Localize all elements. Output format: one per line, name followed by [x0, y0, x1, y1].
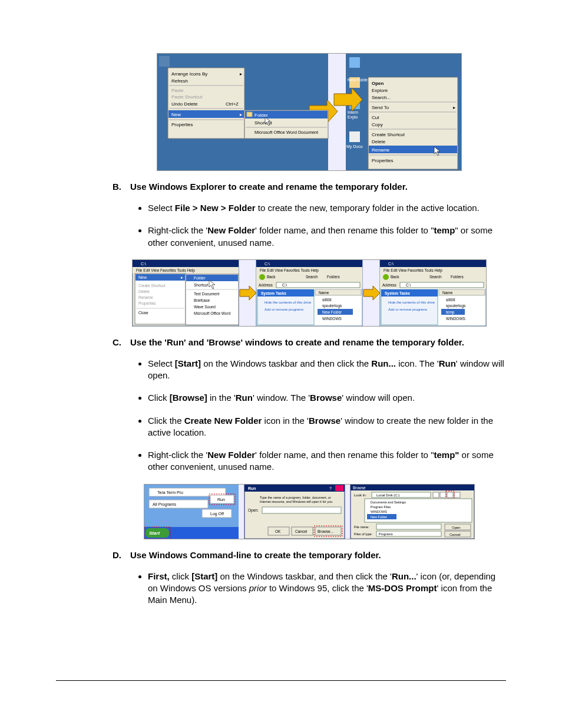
- fig-b-svg: C:\ File Edit View Favorites Tools Help …: [132, 259, 487, 327]
- rc-delete[interactable]: Delete: [372, 139, 386, 144]
- svg-text:Hide the contents of this driv: Hide the contents of this drive: [388, 301, 435, 304]
- svg-point-93: [383, 274, 389, 280]
- svg-text:Programs: Programs: [379, 532, 393, 536]
- svg-rect-61: [256, 260, 362, 267]
- section-c-title: Use the 'Run' and 'Browse' windows to cr…: [130, 337, 464, 347]
- svg-text:Name: Name: [442, 291, 453, 295]
- svg-text:File   Edit   View   Favorites: File Edit View Favorites Tools Help: [136, 268, 195, 273]
- figure-run-browse: Tera Term Pro All Programs Run Log Off S…: [113, 484, 506, 539]
- svg-text:Cancel: Cancel: [295, 529, 308, 533]
- svg-text:C:\: C:\: [265, 262, 270, 266]
- menu-refresh[interactable]: Refresh: [171, 78, 188, 84]
- svg-rect-2: [159, 56, 170, 67]
- svg-rect-161: [376, 524, 441, 529]
- section-b-list: Select File > New > Folder to create the…: [130, 202, 506, 249]
- svg-text:Delete: Delete: [138, 289, 150, 294]
- svg-text:Documents and Settings: Documents and Settings: [371, 500, 406, 504]
- svg-text:File   Edit   View   Favorites: File Edit View Favorites Tools Help: [260, 268, 319, 273]
- svg-text:Browse...: Browse...: [318, 529, 333, 533]
- svg-text:Address: Address: [259, 283, 273, 287]
- rc-create-shortcut[interactable]: Create Shortcut: [372, 132, 405, 137]
- section-b-letter: B.: [113, 182, 130, 192]
- svg-text:Local Disk (C:): Local Disk (C:): [376, 493, 399, 497]
- rc-cut[interactable]: Cut: [372, 115, 379, 120]
- submenu-word[interactable]: Microsoft Office Word Document: [254, 130, 319, 135]
- section-d-letter: D.: [113, 550, 130, 560]
- menu-new[interactable]: New: [171, 112, 181, 117]
- section-d-head: D. Use Windows Command-line to create th…: [113, 550, 506, 560]
- svg-rect-150: [440, 492, 446, 498]
- svg-text:Look in:: Look in:: [354, 493, 366, 497]
- svg-text:Folder: Folder: [194, 276, 206, 280]
- svg-rect-88: [380, 260, 486, 267]
- rc-open[interactable]: Open: [372, 81, 384, 86]
- menu-undo[interactable]: Undo Delete: [171, 101, 198, 107]
- svg-rect-35: [133, 260, 239, 267]
- rc-rename[interactable]: Rename: [372, 147, 390, 153]
- svg-text:Add or remove programs: Add or remove programs: [388, 308, 427, 311]
- svg-marker-59: [240, 286, 256, 300]
- section-d-title: Use Windows Command-line to create the t…: [130, 550, 381, 560]
- svg-text:Hide the contents of this driv: Hide the contents of this drive: [265, 301, 312, 304]
- fig-a-svg: Arrange Icons By ▸ Refresh Paste Paste S…: [157, 53, 462, 171]
- svg-text:Rename: Rename: [138, 295, 153, 299]
- svg-text:Close: Close: [138, 311, 148, 315]
- svg-text:System Tasks: System Tasks: [385, 291, 410, 296]
- section-b-head: B. Use Windows Explorer to create and re…: [113, 182, 506, 192]
- svg-rect-72: [276, 282, 360, 288]
- svg-text:New Folder: New Folder: [348, 78, 369, 82]
- svg-text:Browse: Browse: [353, 486, 366, 490]
- svg-text:Run: Run: [217, 498, 225, 502]
- rc-explore[interactable]: Explore: [372, 88, 388, 93]
- figure-explorer: C:\ File Edit View Favorites Tools Help …: [113, 259, 506, 327]
- svg-text:▸: ▸: [240, 71, 242, 77]
- rc-sendto[interactable]: Send To: [372, 105, 389, 110]
- svg-rect-13: [247, 112, 252, 117]
- svg-text:File name:: File name:: [354, 525, 369, 529]
- svg-text:Briefcase: Briefcase: [194, 298, 210, 302]
- svg-text:▸: ▸: [453, 105, 455, 110]
- svg-text:si668: si668: [322, 298, 332, 302]
- svg-text:Ctrl+Z: Ctrl+Z: [226, 101, 239, 107]
- submenu-folder[interactable]: Folder: [254, 113, 268, 118]
- svg-rect-17: [349, 57, 360, 68]
- svg-text:WINDOWS: WINDOWS: [446, 317, 466, 321]
- svg-text:Cancel: Cancel: [449, 533, 461, 536]
- svg-text:Back: Back: [391, 275, 399, 279]
- svg-text:Name: Name: [319, 291, 329, 295]
- svg-text:Wave Sound: Wave Sound: [194, 305, 216, 309]
- svg-text:Search: Search: [306, 275, 318, 279]
- rc-search[interactable]: Search...: [372, 95, 391, 100]
- svg-text:Run: Run: [248, 486, 256, 490]
- svg-text:Internet resource, and Windows: Internet resource, and Windows will open…: [260, 500, 333, 503]
- svg-text:▸: ▸: [181, 275, 183, 279]
- svg-text:File   Edit   View   Favorites: File Edit View Favorites Tools Help: [384, 268, 442, 273]
- svg-text:Tera Term Pro: Tera Term Pro: [157, 490, 183, 495]
- fig-c-svg: Tera Term Pro All Programs Run Log Off S…: [144, 484, 475, 539]
- svg-marker-86: [363, 286, 380, 300]
- svg-text:C:\: C:\: [141, 262, 146, 266]
- list-item: Right-click the 'New Folder' folder name…: [148, 225, 506, 249]
- svg-text:Add or remove programs: Add or remove programs: [265, 308, 303, 311]
- svg-text:My Docu: My Docu: [346, 144, 363, 149]
- svg-text:Text Document: Text Document: [194, 292, 220, 296]
- list-item: Right-click the 'New Folder' folder name…: [148, 449, 506, 473]
- svg-text:New Folder: New Folder: [371, 515, 387, 519]
- menu-arrange[interactable]: Arrange Icons By: [171, 71, 207, 77]
- svg-text:Type the name of a program, fo: Type the name of a program, folder, docu…: [260, 496, 331, 499]
- rc-properties[interactable]: Properties: [372, 158, 393, 163]
- svg-text:Intern: Intern: [348, 110, 358, 114]
- list-item: Select [Start] on the Windows taskbar an…: [148, 358, 506, 382]
- svg-text:temp: temp: [446, 310, 455, 315]
- svg-text:spoolerlogs: spoolerlogs: [322, 304, 342, 308]
- list-item: First, click [Start] on the Windows task…: [148, 571, 506, 607]
- list-item: Click [Browse] in the 'Run' window. The …: [148, 392, 506, 404]
- svg-text:C:\: C:\: [282, 283, 287, 287]
- menu-paste: Paste: [171, 88, 184, 93]
- menu-properties[interactable]: Properties: [171, 122, 193, 127]
- svg-rect-152: [454, 492, 460, 498]
- rc-copy[interactable]: Copy: [372, 122, 383, 127]
- svg-point-66: [259, 274, 265, 280]
- section-c-list: Select [Start] on the Windows taskbar an…: [130, 358, 506, 473]
- section-b-title: Use Windows Explorer to create and renam…: [130, 182, 408, 192]
